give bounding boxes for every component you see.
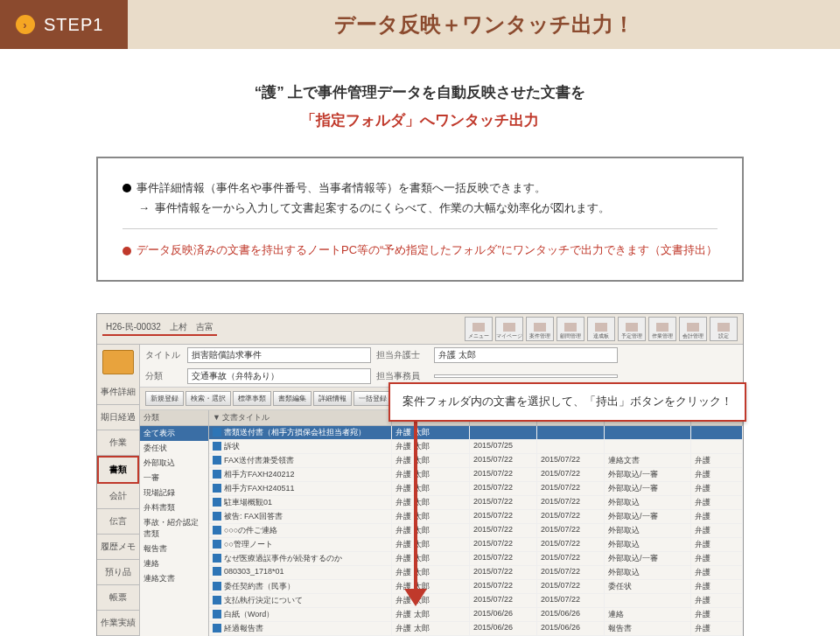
file-icon: [213, 624, 221, 633]
table-row[interactable]: 白紙（Word）弁護 太郎2015/06/262015/06/26連絡弁護: [209, 608, 743, 622]
table-row[interactable]: 駐車場概観01弁護 太郎2015/07/222015/07/22外部取込弁護: [209, 496, 743, 510]
category-item[interactable]: 連絡文書: [140, 571, 208, 586]
sidebar-tab[interactable]: 預り品: [97, 560, 139, 585]
table-row[interactable]: 相手方FAXH240511弁護 太郎2015/07/222015/07/22外部…: [209, 482, 743, 496]
toolbar-icon[interactable]: 会計管理: [679, 317, 707, 341]
category-item[interactable]: 一審: [140, 471, 208, 486]
table-row[interactable]: 支払執行決定について弁護 太郎2015/07/222015/07/22弁護: [209, 594, 743, 608]
table-row[interactable]: 080303_1718*01弁護 太郎2015/07/222015/07/22外…: [209, 566, 743, 580]
table-row[interactable]: ○○管理ノート弁護 太郎2015/07/222015/07/22外部取込弁護: [209, 538, 743, 552]
table-row[interactable]: FAX送付書兼受領書弁護 太郎2015/07/222015/07/22連絡文書弁…: [209, 454, 743, 468]
meta-title-input[interactable]: 損害賠償請求事件: [187, 347, 371, 363]
sidebar-tab[interactable]: 伝言: [97, 509, 139, 535]
document-table: ▼ 文書タイトル 文書更新者 登録日 書類送付書（相手方損保会社担当者宛）弁護 …: [209, 410, 743, 636]
action-button[interactable]: 検索・選択: [186, 391, 231, 406]
table-row[interactable]: 被告: FAX回答書弁護 太郎2015/07/222015/07/22外部取込/…: [209, 510, 743, 524]
file-icon: [213, 484, 221, 493]
callout-tooltip: 案件フォルダ内の文書を選択して、「持出」ボタンをクリック！: [388, 382, 746, 422]
table-row[interactable]: 相手方FAXH240212弁護 太郎2015/07/222015/07/22外部…: [209, 468, 743, 482]
arrow-icon: →: [138, 201, 150, 214]
action-button[interactable]: 詳細情報: [313, 391, 352, 406]
info-point2: データ反映済みの文書を持出するノートPC等の“予め指定したフォルダ”にワンタッチ…: [122, 240, 718, 260]
breadcrumb-bar: H26-民-00032 上村 吉富 メニューマイページ案件管理顧問管理達成板予定…: [97, 314, 743, 345]
sidebar-tab[interactable]: 事件詳細: [97, 380, 139, 405]
step-label: STEP1: [44, 15, 103, 35]
file-icon: [213, 610, 221, 619]
sidebar-tab[interactable]: 帳票: [97, 585, 139, 611]
table-row[interactable]: 訴状弁護 太郎2015/07/25: [209, 440, 743, 454]
app-screenshot: 案件フォルダ内の文書を選択して、「持出」ボタンをクリック！ H26-民-0003…: [96, 313, 744, 636]
category-item[interactable]: 連絡: [140, 556, 208, 571]
folder-icon: [102, 350, 134, 374]
action-button[interactable]: 新規登録: [145, 391, 184, 406]
category-item[interactable]: 委任状: [140, 441, 208, 456]
meta-cat-input[interactable]: 交通事故（弁特あり）: [187, 368, 371, 384]
step-header: › STEP1 データ反映＋ワンタッチ出力！: [0, 0, 840, 49]
file-icon: [213, 498, 221, 507]
meta-staff-label: 担当事務員: [376, 370, 429, 382]
meta-cat-label: 分類: [145, 370, 182, 382]
category-item[interactable]: 報告書: [140, 542, 208, 556]
category-item[interactable]: 現場記録: [140, 486, 208, 500]
table-row[interactable]: なぜ医療過誤事件が続発するのか弁護 太郎2015/07/222015/07/22…: [209, 552, 743, 566]
category-item[interactable]: 弁料書類: [140, 500, 208, 515]
info-box: 事件詳細情報（事件名や事件番号、当事者情報等）を書類へ一括反映できます。 →事件…: [96, 157, 744, 282]
file-icon: [213, 442, 221, 451]
file-icon: [213, 470, 221, 479]
file-icon: [213, 428, 221, 437]
meta-title-label: タイトル: [145, 349, 182, 361]
sidebar-tab[interactable]: 作業: [97, 430, 139, 456]
lead-line2: 「指定フォルダ」へワンタッチ出力: [0, 107, 840, 135]
file-icon: [213, 512, 221, 521]
breadcrumb: H26-民-00032 上村 吉富: [102, 321, 217, 336]
file-icon: [213, 540, 221, 549]
toolbar-icon[interactable]: 予定管理: [618, 317, 646, 341]
toolbar-icon[interactable]: メニュー: [465, 317, 493, 341]
table-row[interactable]: 書類送付書（相手方損保会社担当者宛）弁護 太郎: [209, 426, 743, 440]
step-title: データ反映＋ワンタッチ出力！: [128, 0, 840, 49]
toolbar-icon[interactable]: 案件管理: [526, 317, 554, 341]
table-row[interactable]: 経過報告書弁護 太郎2015/06/262015/06/26報告書弁護: [209, 622, 743, 636]
table-row[interactable]: ○○○の件ご連絡弁護 太郎2015/07/222015/07/22外部取込弁護: [209, 524, 743, 538]
toolbar-icon[interactable]: 設定: [710, 317, 738, 341]
file-icon: [213, 456, 221, 465]
file-icon: [213, 526, 221, 535]
lead-text: “護” 上で事件管理データを自動反映させた文書を 「指定フォルダ」へワンタッチ出…: [0, 79, 840, 136]
meta-lawyer-input[interactable]: 弁護 太郎: [434, 347, 618, 363]
category-list: 分類 全て表示委任状外部取込一審現場記録弁料書類事故・紹介認定書類報告書連絡連絡…: [140, 410, 209, 636]
sidebar-tab[interactable]: 作業実績: [97, 611, 139, 636]
meta-lawyer-label: 担当弁護士: [376, 349, 429, 361]
divider: [122, 228, 718, 229]
step-badge: › STEP1: [0, 0, 128, 49]
toolbar-icon[interactable]: 顧問管理: [556, 317, 584, 341]
bullet-icon: [122, 184, 131, 192]
col-title[interactable]: ▼ 文書タイトル: [209, 410, 392, 426]
category-item[interactable]: 外部取込: [140, 456, 208, 471]
action-button[interactable]: 書類編集: [273, 391, 312, 406]
toolbar-icons: メニューマイページ案件管理顧問管理達成板予定管理作業管理会計管理設定: [465, 317, 738, 341]
lead-line1: “護” 上で事件管理データを自動反映させた文書を: [0, 79, 840, 107]
toolbar-icon[interactable]: 作業管理: [648, 317, 676, 341]
sidebar-tab[interactable]: 会計: [97, 484, 139, 509]
arrow-circle-icon: ›: [16, 15, 35, 34]
info-point1: 事件詳細情報（事件名や事件番号、当事者情報等）を書類へ一括反映できます。 →事件…: [122, 178, 718, 219]
sidebar-tab[interactable]: 期日経過: [97, 405, 139, 430]
toolbar-icon[interactable]: 達成板: [587, 317, 615, 341]
action-button[interactable]: 標準事類: [233, 391, 271, 406]
category-item[interactable]: 事故・紹介認定書類: [140, 515, 208, 542]
category-item[interactable]: 全て表示: [140, 426, 208, 441]
table-row[interactable]: 委任契約書（民事）弁護 太郎2015/07/222015/07/22委任状弁護: [209, 580, 743, 594]
down-arrow-icon: [414, 398, 417, 591]
toolbar-icon[interactable]: マイページ: [495, 317, 523, 341]
file-icon: [213, 596, 221, 605]
sidebar-tab[interactable]: 書類: [97, 456, 139, 484]
bullet-icon: [122, 247, 131, 255]
sidebar: 事件詳細期日経過作業書類会計伝言履歴メモ預り品帳票作業実績: [97, 345, 140, 636]
file-icon: [213, 567, 221, 576]
meta-staff-input[interactable]: [434, 374, 618, 378]
action-button[interactable]: 一括登録: [354, 391, 392, 406]
file-icon: [213, 554, 221, 563]
category-header: 分類: [140, 410, 208, 426]
sidebar-tab[interactable]: 履歴メモ: [97, 535, 139, 560]
file-icon: [213, 582, 221, 591]
